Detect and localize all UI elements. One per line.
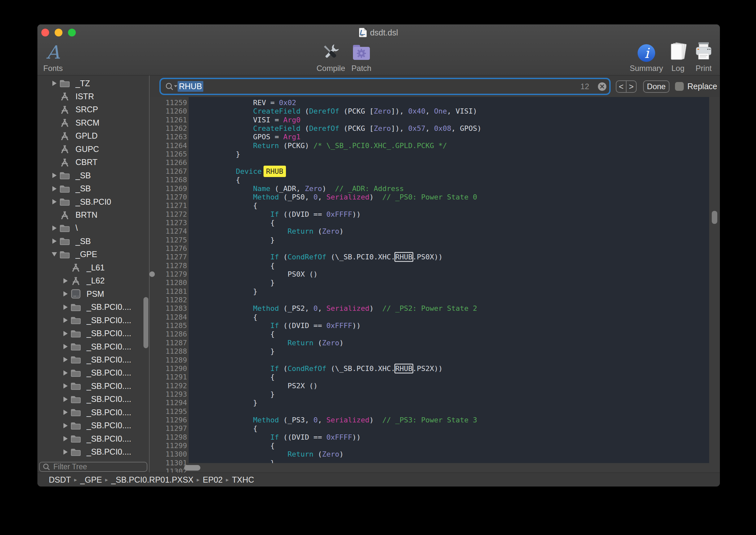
code-line[interactable]: { (189, 176, 709, 184)
breadcrumb-item[interactable]: _GPE (80, 475, 102, 485)
disclosure-triangle[interactable] (62, 303, 69, 311)
code-line[interactable]: REV = 0x02 (189, 99, 709, 107)
disclosure-triangle[interactable] (62, 343, 69, 351)
code-line[interactable]: Return (Zero) (189, 339, 709, 347)
breadcrumb-item[interactable]: _SB.PCI0.RP01.PXSX (111, 475, 194, 485)
code-line[interactable]: PS0X () (189, 270, 709, 279)
search-input[interactable]: RHUB 12 ✕ (161, 79, 609, 94)
code-line[interactable]: VISI = Arg0 (189, 116, 709, 124)
disclosure-triangle[interactable] (50, 251, 58, 258)
code-line[interactable]: Return (Zero) (189, 227, 709, 236)
disclosure-triangle[interactable] (50, 198, 58, 206)
code-line[interactable]: { (189, 201, 709, 210)
code-line[interactable]: If ((DVID == 0xFFFF)) (189, 210, 709, 219)
code-line[interactable]: If (CondRefOf (\_SB.PCI0.XHC.RHUB.PS0X)) (189, 253, 709, 261)
tree-row[interactable]: _SB.PCI0.... (38, 327, 149, 340)
disclosure-triangle[interactable] (62, 369, 69, 377)
code-line[interactable]: } (189, 287, 709, 296)
disclosure-triangle[interactable] (62, 316, 69, 324)
disclosure-triangle[interactable] (62, 395, 69, 403)
code-line[interactable]: { (189, 441, 709, 450)
tree-row[interactable]: _SB.PCI0.... (38, 393, 149, 406)
code-line[interactable]: { (189, 219, 709, 227)
toolbar-print-button[interactable]: Print (678, 42, 720, 73)
tree-row[interactable]: _SB.PCI0.... (38, 314, 149, 327)
code-line[interactable]: Method (_PS2, 0, Serialized) // _PS2: Po… (189, 304, 709, 313)
disclosure-triangle[interactable] (62, 382, 69, 390)
tree-row[interactable]: _SB.PCI0.... (38, 301, 149, 314)
tree-row[interactable]: _SB (38, 182, 149, 195)
tree-row[interactable]: SRCM (38, 116, 149, 129)
code-editor[interactable]: REV = 0x02 CreateField (DerefOf (PCKG [Z… (189, 97, 709, 463)
tree-row[interactable]: _SB.PCI0.... (38, 366, 149, 380)
disclosure-triangle[interactable] (62, 330, 69, 337)
disclosure-triangle[interactable] (50, 224, 58, 232)
code-line[interactable]: Method (_PS0, 0, Serialized) // _PS0: Po… (189, 193, 709, 201)
tree-row[interactable]: CBRT (38, 156, 149, 169)
tree-row[interactable]: _SB.PCI0.... (38, 380, 149, 392)
code-line[interactable]: Return (PCKG) /* \_SB_.PCI0.XHC_.GPLD.PC… (189, 142, 709, 150)
code-line[interactable]: GPOS = Arg1 (189, 133, 709, 141)
next-match-button[interactable]: > (627, 81, 636, 92)
clear-search-icon[interactable]: ✕ (598, 82, 607, 91)
breadcrumb-item[interactable]: TXHC (232, 475, 254, 485)
code-line[interactable]: Return (Zero) (189, 450, 709, 459)
tree-row[interactable]: _SB (38, 169, 149, 182)
code-line[interactable]: } (189, 459, 709, 463)
splitter-handle-dot[interactable] (149, 271, 155, 277)
code-line[interactable]: { (189, 424, 709, 433)
code-line[interactable]: } (189, 236, 709, 244)
tree-row[interactable]: \ (38, 222, 149, 235)
code-line[interactable]: } (189, 150, 709, 158)
previous-match-button[interactable]: < (616, 81, 627, 92)
search-menu-icon[interactable] (165, 82, 178, 91)
code-line[interactable]: Device RHUB (189, 167, 709, 176)
tree-row[interactable]: _SB.PCI0.... (38, 419, 149, 432)
disclosure-triangle[interactable] (50, 79, 58, 87)
code-line[interactable]: If ((DVID == 0xFFFF)) (189, 322, 709, 330)
tree-row[interactable]: ISTR (38, 90, 149, 103)
code-line[interactable]: If (CondRefOf (\_SB.PCI0.XHC.RHUB.PS2X)) (189, 364, 709, 373)
disclosure-triangle[interactable] (62, 448, 69, 456)
disclosure-triangle[interactable] (62, 435, 69, 442)
vertical-scrollbar-track[interactable] (709, 97, 720, 472)
code-line[interactable]: { (189, 313, 709, 322)
tree-row[interactable]: _SB.PCI0.... (38, 445, 149, 459)
done-button[interactable]: Done (643, 80, 669, 93)
code-line[interactable]: { (189, 373, 709, 381)
disclosure-triangle[interactable] (62, 422, 69, 430)
tree-row[interactable]: _TZ (38, 77, 149, 90)
code-line[interactable]: } (189, 399, 709, 407)
code-line[interactable]: } (189, 390, 709, 399)
horizontal-scrollbar-track[interactable] (189, 463, 709, 472)
code-line[interactable]: Name (_ADR, Zero) // _ADR: Address (189, 184, 709, 193)
vertical-scrollbar-thumb[interactable] (712, 211, 717, 224)
filter-tree-input[interactable]: Filter Tree (39, 462, 148, 472)
tree-row[interactable]: SRCP (38, 103, 149, 116)
tree-row[interactable]: _L62 (38, 274, 149, 287)
tree-row[interactable]: _SB.PCI0 (38, 195, 149, 208)
tree-row[interactable]: PSM (38, 287, 149, 300)
code-line[interactable]: CreateField (DerefOf (PCKG [Zero]), 0x57… (189, 124, 709, 133)
disclosure-triangle[interactable] (62, 277, 69, 285)
sidebar-scrollbar-thumb[interactable] (144, 297, 148, 348)
code-line[interactable]: } (189, 279, 709, 287)
code-line[interactable]: CreateField (DerefOf (PCKG [Zero]), 0x40… (189, 107, 709, 116)
breadcrumb-item[interactable]: DSDT (49, 475, 71, 485)
code-line[interactable]: Method (_PS3, 0, Serialized) // _PS3: Po… (189, 416, 709, 424)
tree-row[interactable]: _SB.PCI0.... (38, 406, 149, 419)
tree-row[interactable]: _SB.PCI0.... (38, 340, 149, 353)
tree-row[interactable]: _SB.PCI0.... (38, 353, 149, 366)
code-line[interactable]: { (189, 262, 709, 270)
tree-row[interactable]: GPLD (38, 129, 149, 143)
tree-row[interactable]: GUPC (38, 143, 149, 155)
tree-row[interactable]: BRTN (38, 209, 149, 222)
disclosure-triangle[interactable] (62, 290, 69, 298)
code-line[interactable]: If ((DVID == 0xFFFF)) (189, 433, 709, 441)
tree-row[interactable]: _SB (38, 235, 149, 248)
disclosure-triangle[interactable] (50, 185, 58, 193)
disclosure-triangle[interactable] (50, 172, 58, 179)
code-line[interactable]: } (189, 347, 709, 356)
disclosure-triangle[interactable] (50, 237, 58, 245)
breadcrumb-item[interactable]: EP02 (202, 475, 223, 485)
